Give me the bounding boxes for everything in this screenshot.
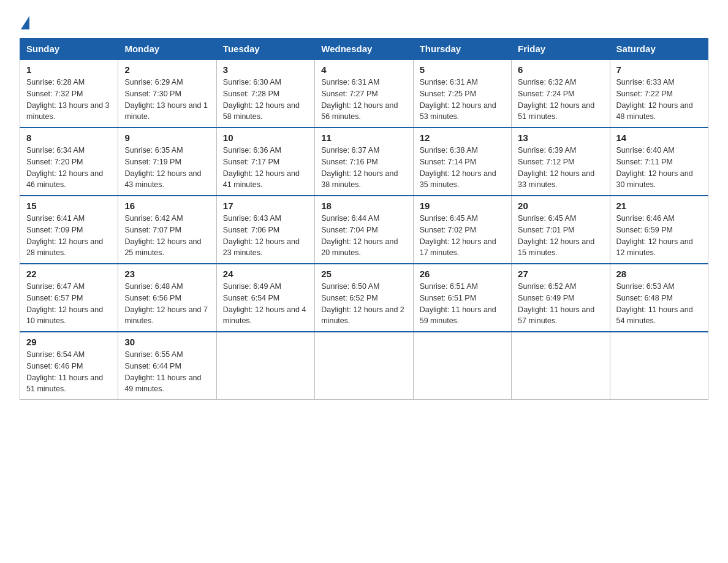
day-info: Sunrise: 6:40 AMSunset: 7:11 PMDaylight:… (616, 145, 702, 191)
calendar-cell: 15Sunrise: 6:41 AMSunset: 7:09 PMDayligh… (20, 196, 118, 264)
logo (20, 15, 29, 27)
calendar-week-row: 22Sunrise: 6:47 AMSunset: 6:57 PMDayligh… (20, 264, 708, 332)
day-info: Sunrise: 6:31 AMSunset: 7:27 PMDaylight:… (321, 77, 406, 123)
day-number: 19 (420, 201, 505, 211)
calendar-cell: 18Sunrise: 6:44 AMSunset: 7:04 PMDayligh… (315, 196, 413, 264)
column-header-saturday: Saturday (610, 39, 708, 60)
calendar-week-row: 15Sunrise: 6:41 AMSunset: 7:09 PMDayligh… (20, 196, 708, 264)
calendar-cell: 19Sunrise: 6:45 AMSunset: 7:02 PMDayligh… (413, 196, 511, 264)
day-info: Sunrise: 6:43 AMSunset: 7:06 PMDaylight:… (223, 213, 308, 259)
calendar-cell (315, 332, 413, 400)
day-number: 11 (321, 132, 406, 143)
calendar-cell: 10Sunrise: 6:36 AMSunset: 7:17 PMDayligh… (216, 128, 314, 196)
calendar-cell: 20Sunrise: 6:45 AMSunset: 7:01 PMDayligh… (512, 196, 610, 264)
calendar-cell: 14Sunrise: 6:40 AMSunset: 7:11 PMDayligh… (610, 128, 708, 196)
day-info: Sunrise: 6:46 AMSunset: 6:59 PMDaylight:… (616, 213, 702, 259)
calendar-cell: 16Sunrise: 6:42 AMSunset: 7:07 PMDayligh… (118, 196, 216, 264)
day-number: 14 (616, 132, 702, 143)
calendar-cell: 1Sunrise: 6:28 AMSunset: 7:32 PMDaylight… (20, 59, 118, 128)
calendar-cell: 17Sunrise: 6:43 AMSunset: 7:06 PMDayligh… (216, 196, 314, 264)
calendar-week-row: 8Sunrise: 6:34 AMSunset: 7:20 PMDaylight… (20, 128, 708, 196)
column-header-wednesday: Wednesday (315, 39, 413, 60)
day-number: 27 (518, 269, 603, 279)
calendar-cell (216, 332, 314, 400)
calendar-cell: 7Sunrise: 6:33 AMSunset: 7:22 PMDaylight… (610, 59, 708, 128)
day-info: Sunrise: 6:34 AMSunset: 7:20 PMDaylight:… (26, 145, 112, 191)
day-info: Sunrise: 6:33 AMSunset: 7:22 PMDaylight:… (616, 77, 702, 123)
day-info: Sunrise: 6:54 AMSunset: 6:46 PMDaylight:… (26, 349, 112, 395)
day-info: Sunrise: 6:44 AMSunset: 7:04 PMDaylight:… (321, 213, 406, 259)
calendar-cell: 30Sunrise: 6:55 AMSunset: 6:44 PMDayligh… (118, 332, 216, 400)
calendar-cell: 12Sunrise: 6:38 AMSunset: 7:14 PMDayligh… (413, 128, 511, 196)
day-number: 29 (26, 337, 112, 347)
day-number: 18 (321, 201, 406, 211)
calendar-cell: 13Sunrise: 6:39 AMSunset: 7:12 PMDayligh… (512, 128, 610, 196)
calendar-cell (413, 332, 511, 400)
logo-triangle-icon (21, 16, 29, 29)
day-number: 12 (420, 132, 505, 143)
calendar-cell: 3Sunrise: 6:30 AMSunset: 7:28 PMDaylight… (216, 59, 314, 128)
day-info: Sunrise: 6:48 AMSunset: 6:56 PMDaylight:… (124, 281, 210, 327)
day-info: Sunrise: 6:50 AMSunset: 6:52 PMDaylight:… (321, 281, 406, 327)
day-info: Sunrise: 6:35 AMSunset: 7:19 PMDaylight:… (124, 145, 210, 191)
calendar-week-row: 1Sunrise: 6:28 AMSunset: 7:32 PMDaylight… (20, 59, 708, 128)
column-header-monday: Monday (118, 39, 216, 60)
calendar-cell: 28Sunrise: 6:53 AMSunset: 6:48 PMDayligh… (610, 264, 708, 332)
day-info: Sunrise: 6:32 AMSunset: 7:24 PMDaylight:… (518, 77, 603, 123)
day-number: 10 (223, 132, 308, 143)
day-number: 1 (26, 64, 112, 75)
day-number: 7 (616, 64, 702, 75)
day-info: Sunrise: 6:45 AMSunset: 7:01 PMDaylight:… (518, 213, 603, 259)
day-number: 6 (518, 64, 603, 75)
calendar-cell: 9Sunrise: 6:35 AMSunset: 7:19 PMDaylight… (118, 128, 216, 196)
day-info: Sunrise: 6:49 AMSunset: 6:54 PMDaylight:… (223, 281, 308, 327)
day-number: 26 (420, 269, 505, 279)
calendar-table: SundayMondayTuesdayWednesdayThursdayFrid… (20, 38, 708, 400)
day-number: 5 (420, 64, 505, 75)
day-number: 4 (321, 64, 406, 75)
day-info: Sunrise: 6:37 AMSunset: 7:16 PMDaylight:… (321, 145, 406, 191)
day-info: Sunrise: 6:29 AMSunset: 7:30 PMDaylight:… (124, 77, 210, 123)
day-number: 8 (26, 132, 112, 143)
day-info: Sunrise: 6:31 AMSunset: 7:25 PMDaylight:… (420, 77, 505, 123)
day-number: 15 (26, 201, 112, 211)
day-info: Sunrise: 6:30 AMSunset: 7:28 PMDaylight:… (223, 77, 308, 123)
day-info: Sunrise: 6:41 AMSunset: 7:09 PMDaylight:… (26, 213, 112, 259)
day-number: 22 (26, 269, 112, 279)
calendar-cell: 5Sunrise: 6:31 AMSunset: 7:25 PMDaylight… (413, 59, 511, 128)
day-number: 25 (321, 269, 406, 279)
calendar-cell: 6Sunrise: 6:32 AMSunset: 7:24 PMDaylight… (512, 59, 610, 128)
calendar-cell: 23Sunrise: 6:48 AMSunset: 6:56 PMDayligh… (118, 264, 216, 332)
day-number: 23 (124, 269, 210, 279)
calendar-cell: 4Sunrise: 6:31 AMSunset: 7:27 PMDaylight… (315, 59, 413, 128)
column-header-friday: Friday (512, 39, 610, 60)
calendar-week-row: 29Sunrise: 6:54 AMSunset: 6:46 PMDayligh… (20, 332, 708, 400)
day-info: Sunrise: 6:51 AMSunset: 6:51 PMDaylight:… (420, 281, 505, 327)
day-number: 16 (124, 201, 210, 211)
day-info: Sunrise: 6:38 AMSunset: 7:14 PMDaylight:… (420, 145, 505, 191)
calendar-cell: 2Sunrise: 6:29 AMSunset: 7:30 PMDaylight… (118, 59, 216, 128)
calendar-cell (512, 332, 610, 400)
day-info: Sunrise: 6:55 AMSunset: 6:44 PMDaylight:… (124, 349, 210, 395)
column-header-thursday: Thursday (413, 39, 511, 60)
calendar-cell (610, 332, 708, 400)
day-info: Sunrise: 6:53 AMSunset: 6:48 PMDaylight:… (616, 281, 702, 327)
calendar-cell: 21Sunrise: 6:46 AMSunset: 6:59 PMDayligh… (610, 196, 708, 264)
calendar-cell: 22Sunrise: 6:47 AMSunset: 6:57 PMDayligh… (20, 264, 118, 332)
day-info: Sunrise: 6:39 AMSunset: 7:12 PMDaylight:… (518, 145, 603, 191)
day-number: 17 (223, 201, 308, 211)
day-number: 30 (124, 337, 210, 347)
page-header (20, 15, 708, 27)
day-number: 24 (223, 269, 308, 279)
calendar-cell: 11Sunrise: 6:37 AMSunset: 7:16 PMDayligh… (315, 128, 413, 196)
calendar-cell: 25Sunrise: 6:50 AMSunset: 6:52 PMDayligh… (315, 264, 413, 332)
day-info: Sunrise: 6:42 AMSunset: 7:07 PMDaylight:… (124, 213, 210, 259)
day-number: 2 (124, 64, 210, 75)
calendar-cell: 29Sunrise: 6:54 AMSunset: 6:46 PMDayligh… (20, 332, 118, 400)
day-number: 9 (124, 132, 210, 143)
column-header-sunday: Sunday (20, 39, 118, 60)
day-info: Sunrise: 6:36 AMSunset: 7:17 PMDaylight:… (223, 145, 308, 191)
day-number: 21 (616, 201, 702, 211)
column-header-tuesday: Tuesday (216, 39, 314, 60)
day-number: 28 (616, 269, 702, 279)
